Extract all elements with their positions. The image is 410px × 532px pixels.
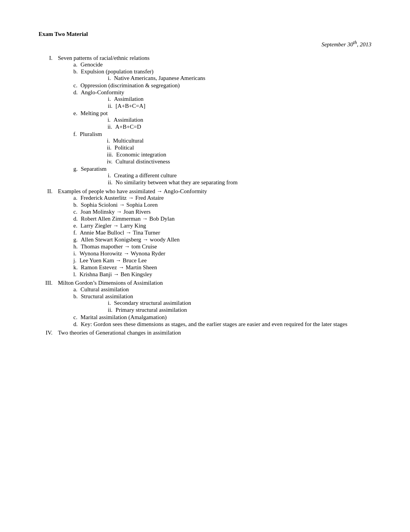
section-iii-title: Milton Gordon’s Dimensions of Assimilati…: [58, 280, 371, 286]
alpha-content-oppression: Oppression (discrimination & segregation…: [80, 82, 371, 89]
list-item: ii. Political: [80, 144, 371, 151]
list-item: i. Assimilation: [80, 117, 371, 123]
alpha-content-h: Thomas mapother → tom Cruise: [81, 243, 371, 250]
sub-content-no-similarity: No similarity between what they are sepa…: [115, 179, 371, 186]
section-iv: IV. Two theories of Generational changes…: [39, 330, 371, 336]
sub-content-primary: Primary structural assimilation: [115, 307, 371, 313]
sub-label-ii: ii.: [80, 124, 115, 130]
list-item: a. Frederick Austerlitz → Fred Astaire: [58, 195, 371, 201]
list-item: k. Ramon Estevez → Martin Sheen: [58, 264, 371, 271]
alpha-label-f: f.: [58, 229, 80, 236]
alpha-label-f: f.: [58, 131, 80, 165]
alpha-label-c: c.: [58, 82, 80, 89]
list-item: d. Robert Allen Zimmerman → Bob Dylan: [58, 216, 371, 222]
alpha-label-i: i.: [58, 250, 80, 257]
roman-numeral-iii: III.: [39, 280, 58, 328]
alpha-label-d: d.: [58, 321, 81, 328]
list-item: d. Key: Gordon sees these dimensions as …: [58, 321, 371, 328]
alpha-content-expulsion: Expulsion (population transfer) i. Nativ…: [81, 68, 371, 82]
list-item: a. Genocide: [58, 61, 371, 68]
sub-list-structural: i. Secondary structural assimilation ii.…: [81, 300, 371, 313]
alpha-content-j: Lee Yuen Kam → Bruce Lee: [80, 257, 371, 264]
section-i-content: Seven patterns of racial/ethnic relation…: [58, 55, 371, 187]
alpha-content-b: Sophia Scioloni → Sophia Loren: [81, 202, 371, 208]
sub-label-iii: iii.: [80, 151, 116, 158]
alpha-label-b: b.: [58, 293, 81, 314]
sub-content-economic: Economic integration: [116, 151, 371, 158]
sub-content-creating: Creating a different culture: [114, 172, 371, 179]
date-year: , 2013: [357, 41, 372, 48]
section-ii-title: Examples of people who have assimilated …: [58, 188, 371, 195]
main-list: I. Seven patterns of racial/ethnic relat…: [39, 55, 371, 336]
alpha-content-key: Key: Gordon sees these dimensions as sta…: [81, 321, 371, 328]
page-title: Exam Two Material: [39, 31, 371, 37]
alpha-content-marital: Marital assimilation (Amalgamation): [80, 314, 371, 321]
sub-label-i: i.: [81, 96, 114, 102]
alpha-label-a: a.: [58, 286, 80, 293]
list-item: i. Creating a different culture: [81, 172, 371, 179]
sub-content-formula2: A+B+C=D: [115, 124, 371, 130]
list-item: i. Assimilation: [81, 96, 371, 102]
sub-label-i: i.: [81, 300, 114, 306]
sub-list-e: i. Assimilation ii. A+B+C=D: [80, 117, 371, 130]
sub-list-b: i. Native Americans, Japanese Americans: [81, 75, 371, 82]
alpha-label-j: j.: [58, 257, 80, 264]
alpha-label-g: g.: [58, 166, 81, 186]
list-item: ii. Primary structural assimilation: [81, 307, 371, 313]
sub-list-f: i. Multicultural ii. Political iii.: [80, 138, 371, 165]
section-ii-alpha-list: a. Frederick Austerlitz → Fred Astaire b…: [58, 195, 371, 278]
list-item: b. Structural assimilation i. Secondary …: [58, 293, 371, 314]
sub-content-cultural: Cultural distinctiveness: [115, 158, 371, 165]
section-i-alpha-list: a. Genocide b. Expulsion (population tra…: [58, 61, 371, 186]
list-item: a. Cultural assimilation: [58, 286, 371, 293]
alpha-content-anglo: Anglo-Conformity i. Assimilation ii. [A+…: [81, 89, 371, 110]
list-item: h. Thomas mapother → tom Cruise: [58, 243, 371, 250]
list-item: f. Pluralism i. Multicultural ii.: [58, 131, 371, 165]
page: Exam Two Material September 30th, 2013 I…: [0, 0, 410, 532]
alpha-content-cultural: Cultural assimilation: [80, 286, 371, 293]
alpha-content-k: Ramon Estevez → Martin Sheen: [81, 264, 371, 271]
list-item: i. Native Americans, Japanese Americans: [81, 75, 371, 82]
sub-content-political: Political: [115, 144, 371, 151]
section-i-title: Seven patterns of racial/ethnic relation…: [58, 55, 371, 61]
alpha-label-l: l.: [58, 271, 80, 278]
sub-label-ii: ii.: [81, 307, 115, 313]
sub-label-i: i.: [81, 75, 114, 82]
sub-content-assim2: Assimilation: [114, 117, 371, 123]
alpha-label-e: e.: [58, 223, 80, 229]
alpha-content-melting: Melting pot i. Assimilation ii. A+B+C=D: [80, 110, 371, 131]
alpha-content-a: Frederick Austerlitz → Fred Astaire: [80, 195, 371, 201]
alpha-content-e: Larry Ziegler → Larry King: [80, 223, 371, 229]
sub-list-d: i. Assimilation ii. [A+B+C=A]: [81, 96, 371, 109]
alpha-content-genocide: Genocide: [80, 61, 371, 68]
date-line: September 30th, 2013: [39, 40, 371, 48]
section-iii-alpha-list: a. Cultural assimilation b. Structural a…: [58, 286, 371, 328]
section-iv-title: Two theories of Generational changes in …: [58, 330, 371, 336]
list-item: c. Joan Molinsky → Joan Rivers: [58, 209, 371, 215]
list-item: i. Multicultural: [80, 138, 371, 144]
section-i: I. Seven patterns of racial/ethnic relat…: [39, 55, 371, 187]
section-ii-content: Examples of people who have assimilated …: [58, 188, 371, 278]
date-sup: th: [353, 40, 357, 45]
alpha-label-c: c.: [58, 314, 80, 321]
list-item: i. Wynona Horowitz → Wynona Ryder: [58, 250, 371, 257]
content-area: I. Seven patterns of racial/ethnic relat…: [39, 55, 371, 336]
list-item: f. Annie Mae Bullocl → Tina Turner: [58, 229, 371, 236]
sub-label-i: i.: [81, 172, 114, 179]
list-item: b. Expulsion (population transfer) i. Na…: [58, 68, 371, 82]
sub-list-g: i. Creating a different culture ii. No s…: [81, 172, 371, 186]
alpha-label-a: a.: [58, 195, 80, 201]
roman-numeral-i: I.: [39, 55, 58, 187]
alpha-content-structural: Structural assimilation i. Secondary str…: [81, 293, 371, 314]
sub-label-ii: ii.: [81, 179, 115, 186]
list-item: ii. A+B+C=D: [80, 124, 371, 130]
sub-content-assim1: Assimilation: [114, 96, 371, 102]
sub-label-i: i.: [80, 138, 113, 144]
list-item: g. Allen Stewart Konigsberg → woody Alle…: [58, 236, 371, 243]
list-item: c. Oppression (discrimination & segregat…: [58, 82, 371, 89]
alpha-label-c: c.: [58, 209, 80, 215]
list-item: ii. No similarity between what they are …: [81, 179, 371, 186]
alpha-content-i: Wynona Horowitz → Wynona Ryder: [80, 250, 371, 257]
list-item: l. Krishna Banji → Ben Kingsley: [58, 271, 371, 278]
alpha-label-e: e.: [58, 110, 80, 131]
